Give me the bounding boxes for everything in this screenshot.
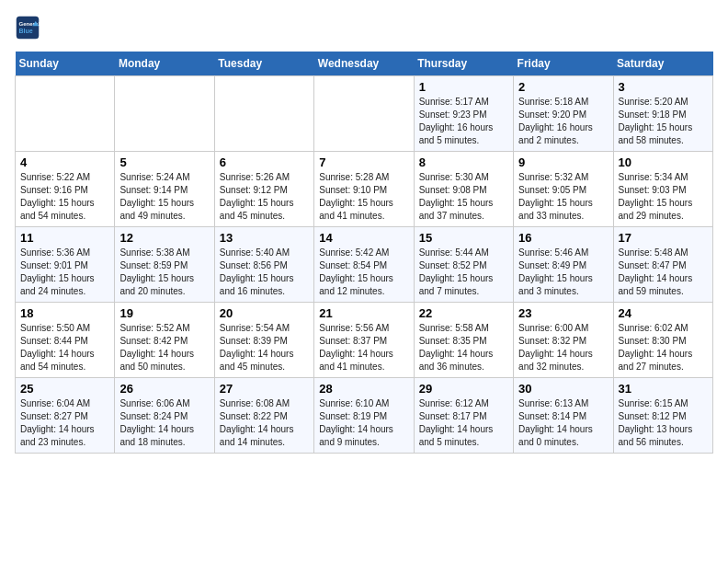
day-number: 24 <box>619 306 708 320</box>
day-number: 25 <box>20 382 109 396</box>
day-info: Sunrise: 5:52 AM Sunset: 8:42 PM Dayligh… <box>119 322 209 373</box>
calendar-cell <box>16 76 115 152</box>
calendar-cell: 3Sunrise: 5:20 AM Sunset: 9:18 PM Daylig… <box>613 76 712 152</box>
header-tuesday: Tuesday <box>214 52 313 76</box>
day-number: 19 <box>119 306 209 320</box>
day-info: Sunrise: 6:06 AM Sunset: 8:24 PM Dayligh… <box>119 397 209 449</box>
calendar-cell: 16Sunrise: 5:46 AM Sunset: 8:49 PM Dayli… <box>514 227 613 303</box>
day-number: 23 <box>518 306 608 320</box>
day-info: Sunrise: 5:44 AM Sunset: 8:52 PM Dayligh… <box>419 247 508 298</box>
day-info: Sunrise: 5:17 AM Sunset: 9:23 PM Dayligh… <box>419 96 508 147</box>
day-number: 3 <box>619 80 708 94</box>
calendar-week-row: 1Sunrise: 5:17 AM Sunset: 9:23 PM Daylig… <box>16 76 713 152</box>
calendar-cell: 20Sunrise: 5:54 AM Sunset: 8:39 PM Dayli… <box>214 303 313 378</box>
day-number: 18 <box>20 306 109 320</box>
day-number: 7 <box>319 155 408 169</box>
day-number: 10 <box>619 155 708 169</box>
calendar-cell: 31Sunrise: 6:15 AM Sunset: 8:12 PM Dayli… <box>613 378 712 454</box>
day-info: Sunrise: 6:12 AM Sunset: 8:17 PM Dayligh… <box>419 397 508 449</box>
day-number: 27 <box>220 382 309 396</box>
calendar-week-row: 11Sunrise: 5:36 AM Sunset: 9:01 PM Dayli… <box>16 227 713 303</box>
day-info: Sunrise: 6:02 AM Sunset: 8:30 PM Dayligh… <box>619 322 708 373</box>
day-number: 9 <box>518 155 608 169</box>
calendar-cell: 30Sunrise: 6:13 AM Sunset: 8:14 PM Dayli… <box>514 378 613 454</box>
day-number: 26 <box>119 382 209 396</box>
calendar-cell: 28Sunrise: 6:10 AM Sunset: 8:19 PM Dayli… <box>314 378 414 454</box>
calendar-cell: 25Sunrise: 6:04 AM Sunset: 8:27 PM Dayli… <box>16 378 115 454</box>
calendar-week-row: 18Sunrise: 5:50 AM Sunset: 8:44 PM Dayli… <box>16 303 713 378</box>
calendar-cell: 22Sunrise: 5:58 AM Sunset: 8:35 PM Dayli… <box>414 303 513 378</box>
calendar-cell: 8Sunrise: 5:30 AM Sunset: 9:08 PM Daylig… <box>414 152 513 227</box>
calendar-cell: 23Sunrise: 6:00 AM Sunset: 8:32 PM Dayli… <box>514 303 613 378</box>
day-info: Sunrise: 6:00 AM Sunset: 8:32 PM Dayligh… <box>518 322 608 373</box>
day-info: Sunrise: 5:20 AM Sunset: 9:18 PM Dayligh… <box>619 96 708 147</box>
day-info: Sunrise: 5:54 AM Sunset: 8:39 PM Dayligh… <box>220 322 309 373</box>
day-number: 6 <box>220 155 309 169</box>
day-info: Sunrise: 5:30 AM Sunset: 9:08 PM Dayligh… <box>419 171 508 223</box>
calendar-cell: 29Sunrise: 6:12 AM Sunset: 8:17 PM Dayli… <box>414 378 513 454</box>
calendar-cell: 17Sunrise: 5:48 AM Sunset: 8:47 PM Dayli… <box>613 227 712 303</box>
calendar-cell: 5Sunrise: 5:24 AM Sunset: 9:14 PM Daylig… <box>115 152 214 227</box>
logo-icon: General Blue <box>15 15 40 40</box>
day-number: 8 <box>419 155 508 169</box>
day-number: 4 <box>20 155 109 169</box>
day-info: Sunrise: 5:18 AM Sunset: 9:20 PM Dayligh… <box>518 96 608 147</box>
day-info: Sunrise: 5:22 AM Sunset: 9:16 PM Dayligh… <box>20 171 109 223</box>
day-info: Sunrise: 5:24 AM Sunset: 9:14 PM Dayligh… <box>119 171 209 223</box>
calendar-cell: 19Sunrise: 5:52 AM Sunset: 8:42 PM Dayli… <box>115 303 214 378</box>
day-info: Sunrise: 5:50 AM Sunset: 8:44 PM Dayligh… <box>20 322 109 373</box>
calendar-cell: 7Sunrise: 5:28 AM Sunset: 9:10 PM Daylig… <box>314 152 414 227</box>
calendar-cell: 9Sunrise: 5:32 AM Sunset: 9:05 PM Daylig… <box>514 152 613 227</box>
calendar-cell: 6Sunrise: 5:26 AM Sunset: 9:12 PM Daylig… <box>214 152 313 227</box>
day-number: 29 <box>419 382 508 396</box>
day-number: 12 <box>119 231 209 245</box>
day-info: Sunrise: 5:36 AM Sunset: 9:01 PM Dayligh… <box>20 247 109 298</box>
day-number: 20 <box>220 306 309 320</box>
calendar-cell: 10Sunrise: 5:34 AM Sunset: 9:03 PM Dayli… <box>613 152 712 227</box>
day-info: Sunrise: 5:34 AM Sunset: 9:03 PM Dayligh… <box>619 171 708 223</box>
day-info: Sunrise: 6:08 AM Sunset: 8:22 PM Dayligh… <box>220 397 309 449</box>
day-number: 21 <box>319 306 408 320</box>
calendar-cell: 15Sunrise: 5:44 AM Sunset: 8:52 PM Dayli… <box>414 227 513 303</box>
svg-text:Blue: Blue <box>18 28 32 34</box>
day-number: 30 <box>518 382 608 396</box>
calendar-cell: 12Sunrise: 5:38 AM Sunset: 8:59 PM Dayli… <box>115 227 214 303</box>
calendar-cell: 18Sunrise: 5:50 AM Sunset: 8:44 PM Dayli… <box>16 303 115 378</box>
day-number: 2 <box>518 80 608 94</box>
calendar-table: SundayMondayTuesdayWednesdayThursdayFrid… <box>15 52 713 454</box>
calendar-week-row: 25Sunrise: 6:04 AM Sunset: 8:27 PM Dayli… <box>16 378 713 454</box>
day-info: Sunrise: 5:46 AM Sunset: 8:49 PM Dayligh… <box>518 247 608 298</box>
calendar-cell: 26Sunrise: 6:06 AM Sunset: 8:24 PM Dayli… <box>115 378 214 454</box>
header-wednesday: Wednesday <box>314 52 414 76</box>
day-info: Sunrise: 5:28 AM Sunset: 9:10 PM Dayligh… <box>319 171 408 223</box>
day-info: Sunrise: 5:26 AM Sunset: 9:12 PM Dayligh… <box>220 171 309 223</box>
day-number: 13 <box>220 231 309 245</box>
calendar-header-row: SundayMondayTuesdayWednesdayThursdayFrid… <box>16 52 713 76</box>
calendar-cell <box>214 76 313 152</box>
calendar-cell <box>314 76 414 152</box>
day-number: 22 <box>419 306 508 320</box>
calendar-cell: 2Sunrise: 5:18 AM Sunset: 9:20 PM Daylig… <box>514 76 613 152</box>
day-info: Sunrise: 5:38 AM Sunset: 8:59 PM Dayligh… <box>119 247 209 298</box>
day-info: Sunrise: 5:48 AM Sunset: 8:47 PM Dayligh… <box>619 247 708 298</box>
day-number: 5 <box>119 155 209 169</box>
calendar-week-row: 4Sunrise: 5:22 AM Sunset: 9:16 PM Daylig… <box>16 152 713 227</box>
header-friday: Friday <box>514 52 613 76</box>
day-info: Sunrise: 5:58 AM Sunset: 8:35 PM Dayligh… <box>419 322 508 373</box>
calendar-cell <box>115 76 214 152</box>
day-info: Sunrise: 5:32 AM Sunset: 9:05 PM Dayligh… <box>518 171 608 223</box>
page-header: General Blue <box>15 15 713 40</box>
day-info: Sunrise: 5:42 AM Sunset: 8:54 PM Dayligh… <box>319 247 408 298</box>
calendar-cell: 11Sunrise: 5:36 AM Sunset: 9:01 PM Dayli… <box>16 227 115 303</box>
calendar-cell: 27Sunrise: 6:08 AM Sunset: 8:22 PM Dayli… <box>214 378 313 454</box>
day-info: Sunrise: 5:56 AM Sunset: 8:37 PM Dayligh… <box>319 322 408 373</box>
day-number: 11 <box>20 231 109 245</box>
day-number: 16 <box>518 231 608 245</box>
calendar-cell: 13Sunrise: 5:40 AM Sunset: 8:56 PM Dayli… <box>214 227 313 303</box>
logo: General Blue <box>15 15 44 40</box>
header-sunday: Sunday <box>16 52 115 76</box>
day-info: Sunrise: 6:13 AM Sunset: 8:14 PM Dayligh… <box>518 397 608 449</box>
day-number: 14 <box>319 231 408 245</box>
day-number: 17 <box>619 231 708 245</box>
calendar-cell: 14Sunrise: 5:42 AM Sunset: 8:54 PM Dayli… <box>314 227 414 303</box>
